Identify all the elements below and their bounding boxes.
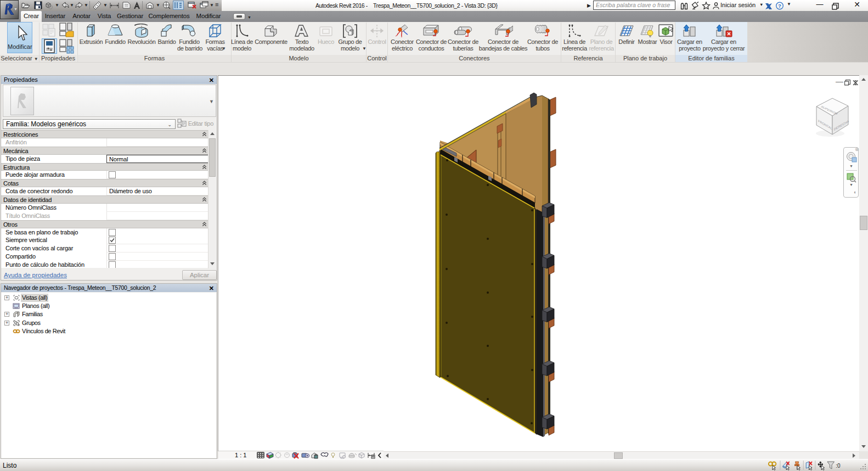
- svg-text:?: ?: [778, 3, 781, 9]
- svg-text::0: :0: [836, 463, 840, 469]
